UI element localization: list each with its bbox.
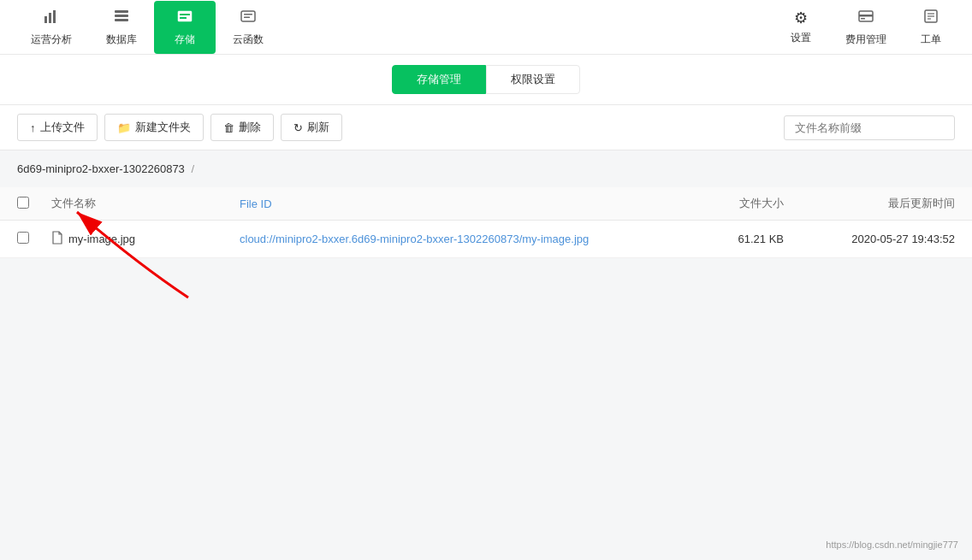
file-name-link[interactable]: my-image.jpg — [51, 231, 240, 247]
nav-label-analytics: 运营分析 — [31, 32, 72, 47]
row-check — [17, 232, 51, 246]
svg-rect-3 — [115, 10, 128, 13]
folder-icon: 📁 — [117, 121, 131, 134]
content-area: 文件名称 File ID 文件大小 最后更新时间 — [0, 187, 972, 529]
breadcrumb: 6d69-minipro2-bxxer-1302260873 / — [0, 150, 972, 187]
new-folder-button[interactable]: 📁 新建文件夹 — [104, 114, 204, 141]
svg-rect-7 — [180, 14, 190, 15]
file-id-link[interactable]: cloud://minipro2-bxxer.6d69-minipro2-bxx… — [240, 233, 589, 245]
svg-rect-5 — [115, 19, 128, 21]
row-checkbox[interactable] — [17, 232, 29, 244]
storage-icon — [176, 8, 193, 29]
table-header: 文件名称 File ID 文件大小 最后更新时间 — [0, 187, 972, 221]
header-fileid: File ID — [240, 197, 655, 210]
nav-label-storage: 存储 — [175, 32, 195, 47]
analytics-icon — [43, 8, 60, 29]
delete-button[interactable]: 🗑 删除 — [210, 114, 274, 141]
file-icon — [51, 231, 63, 247]
nav-billing[interactable]: 费用管理 — [828, 1, 904, 54]
svg-rect-6 — [178, 11, 192, 21]
table-row: my-image.jpg cloud://minipro2-bxxer.6d69… — [0, 221, 972, 258]
nav-item-database[interactable]: 数据库 — [89, 1, 154, 54]
settings-icon: ⚙ — [794, 9, 808, 27]
header-check — [17, 197, 51, 211]
header-size: 文件大小 — [655, 196, 784, 211]
svg-rect-0 — [44, 16, 47, 23]
refresh-icon: ↻ — [293, 121, 303, 134]
svg-rect-1 — [49, 13, 51, 23]
svg-rect-2 — [53, 10, 56, 23]
refresh-button[interactable]: ↻ 刷新 — [281, 114, 342, 141]
nav-tools[interactable]: 工单 — [904, 1, 958, 54]
header-name: 文件名称 — [51, 196, 240, 211]
nav-item-analytics[interactable]: 运营分析 — [14, 1, 89, 54]
upload-label: 上传文件 — [40, 120, 85, 135]
svg-rect-13 — [859, 15, 873, 17]
fileid-sort[interactable]: File ID — [240, 197, 272, 210]
row-time: 2020-05-27 19:43:52 — [784, 233, 955, 245]
tab-permission[interactable]: 权限设置 — [486, 65, 580, 94]
cloudfunc-icon — [240, 8, 257, 29]
nav-label-cloudfunc: 云函数 — [233, 32, 264, 47]
nav-item-cloudfunc[interactable]: 云函数 — [216, 1, 281, 54]
nav-item-storage[interactable]: 存储 — [154, 1, 216, 54]
tab-bar: 存储管理 权限设置 — [0, 55, 972, 105]
settings-label: 设置 — [791, 31, 811, 45]
svg-rect-14 — [861, 18, 865, 20]
delete-icon: 🗑 — [223, 121, 234, 134]
nav-settings[interactable]: ⚙ 设置 — [773, 2, 828, 52]
select-all-checkbox[interactable] — [17, 197, 29, 209]
new-folder-label: 新建文件夹 — [135, 120, 191, 135]
tab-storage-mgmt[interactable]: 存储管理 — [392, 65, 486, 94]
upload-icon: ↑ — [30, 121, 36, 134]
file-name-text: my-image.jpg — [68, 233, 135, 245]
nav-label-database: 数据库 — [106, 32, 137, 47]
header-time: 最后更新时间 — [784, 196, 955, 211]
file-table: 文件名称 File ID 文件大小 最后更新时间 — [0, 187, 972, 258]
toolbar: ↑ 上传文件 📁 新建文件夹 🗑 删除 ↻ 刷新 — [0, 105, 972, 150]
breadcrumb-path[interactable]: 6d69-minipro2-bxxer-1302260873 — [17, 162, 185, 175]
search-wrap — [784, 115, 955, 140]
refresh-label: 刷新 — [307, 120, 329, 135]
svg-rect-4 — [115, 15, 128, 17]
tools-label: 工单 — [921, 32, 941, 47]
delete-label: 删除 — [239, 120, 261, 135]
row-filename: my-image.jpg — [51, 231, 240, 247]
tools-icon — [922, 8, 939, 29]
search-input[interactable] — [784, 115, 955, 140]
svg-rect-9 — [241, 11, 255, 21]
top-nav: 运营分析 数据库 存储 云函数 — [0, 0, 972, 55]
billing-label: 费用管理 — [845, 32, 886, 47]
nav-right: ⚙ 设置 费用管理 工单 — [773, 1, 958, 54]
upload-file-button[interactable]: ↑ 上传文件 — [17, 114, 98, 141]
billing-icon — [857, 8, 874, 29]
database-icon — [113, 8, 130, 29]
svg-rect-11 — [244, 16, 250, 18]
breadcrumb-separator: / — [191, 162, 194, 175]
svg-rect-8 — [180, 17, 187, 19]
row-fileid: cloud://minipro2-bxxer.6d69-minipro2-bxx… — [240, 233, 655, 245]
svg-rect-10 — [244, 14, 252, 15]
row-size: 61.21 KB — [655, 233, 784, 245]
